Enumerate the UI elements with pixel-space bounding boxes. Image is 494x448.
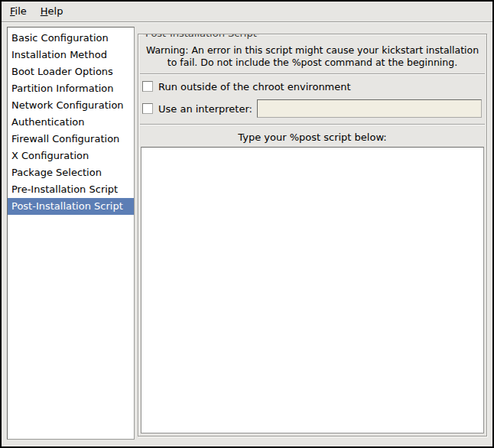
menu-help[interactable]: Help <box>34 3 70 20</box>
script-instruction-label: Type your %post script below: <box>138 131 486 144</box>
post-script-textarea[interactable] <box>141 148 483 433</box>
chroot-checkbox-label[interactable]: Run outside of the chroot environment <box>158 81 351 93</box>
menu-help-rest: elp <box>48 5 63 17</box>
sidebar-item-partition-information[interactable]: Partition Information <box>8 80 134 97</box>
interpreter-checkbox-label[interactable]: Use an interpreter: <box>158 103 252 115</box>
sidebar-item-x-configuration[interactable]: X Configuration <box>8 148 134 164</box>
sidebar-item-pre-installation-script[interactable]: Pre-Installation Script <box>8 181 134 198</box>
menu-file[interactable]: File <box>3 3 34 20</box>
sidebar-item-basic-configuration[interactable]: Basic Configuration <box>8 30 134 47</box>
kickstart-configurator-window: File Help Basic Configuration Installati… <box>0 0 494 448</box>
post-installation-script-frame: Post-Installation Script Warning: An err… <box>138 34 487 437</box>
script-textarea-frame <box>141 147 484 433</box>
separator <box>140 73 485 75</box>
sidebar-item-firewall-configuration[interactable]: Firewall Configuration <box>8 131 134 148</box>
sidebar-item-authentication[interactable]: Authentication <box>8 114 134 131</box>
sidebar-item-package-selection[interactable]: Package Selection <box>8 164 134 181</box>
sidebar-item-boot-loader-options[interactable]: Boot Loader Options <box>8 63 134 80</box>
interpreter-checkbox[interactable] <box>142 103 153 114</box>
menu-file-rest: ile <box>15 5 27 17</box>
menu-help-mnemonic: H <box>41 5 48 17</box>
sidebar-item-network-configuration[interactable]: Network Configuration <box>8 97 134 114</box>
warning-line-1: Warning: An error in this script might c… <box>138 44 486 57</box>
sidebar-item-post-installation-script[interactable]: Post-Installation Script <box>8 198 134 215</box>
interpreter-checkbox-row: Use an interpreter: <box>138 98 486 119</box>
chroot-checkbox[interactable] <box>142 81 153 92</box>
category-list: Basic Configuration Installation Method … <box>7 27 135 440</box>
separator <box>140 124 485 125</box>
sidebar-item-installation-method[interactable]: Installation Method <box>8 47 134 63</box>
chroot-checkbox-row: Run outside of the chroot environment <box>138 77 486 96</box>
frame-title: Post-Installation Script <box>143 34 259 40</box>
menu-bar: File Help <box>2 2 492 22</box>
warning-line-2: to fail. Do not include the %post comman… <box>138 57 486 69</box>
interpreter-input[interactable] <box>257 99 482 118</box>
